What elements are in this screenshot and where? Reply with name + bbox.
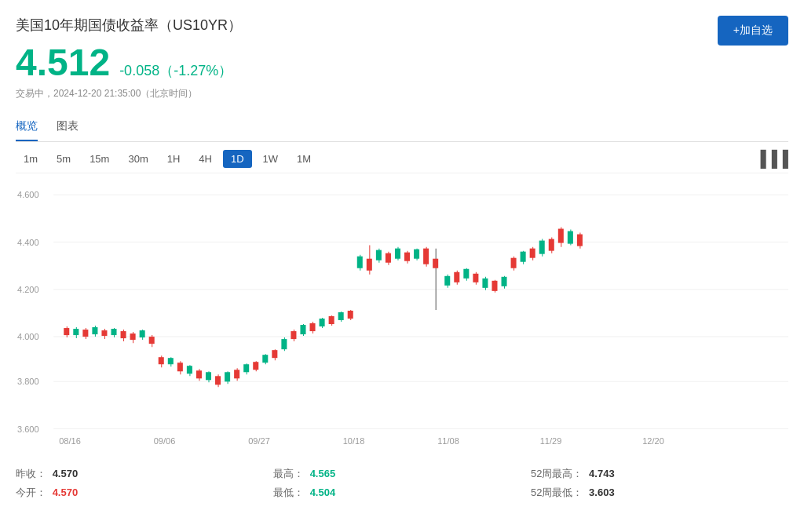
stat-prev-close: 昨收： 4.570 (16, 467, 273, 481)
tab-chart[interactable]: 图表 (57, 113, 79, 141)
svg-rect-124 (558, 229, 564, 243)
svg-rect-66 (281, 339, 287, 349)
svg-rect-24 (82, 330, 88, 337)
svg-rect-20 (64, 328, 69, 335)
svg-rect-42 (168, 358, 174, 364)
svg-rect-28 (101, 330, 107, 336)
svg-rect-54 (225, 372, 230, 381)
svg-rect-44 (177, 363, 183, 371)
stat-high: 最高： 4.565 (273, 467, 531, 481)
svg-rect-116 (521, 252, 526, 262)
svg-rect-68 (291, 331, 296, 339)
svg-text:10/18: 10/18 (343, 436, 365, 446)
svg-rect-26 (92, 327, 97, 334)
time-period-bar: 1m 5m 15m 30m 1H 4H 1D 1W 1M ▐▐▐ (16, 142, 788, 173)
svg-text:11/29: 11/29 (540, 436, 562, 446)
svg-rect-62 (262, 355, 268, 363)
svg-rect-96 (423, 249, 429, 264)
svg-rect-46 (187, 366, 192, 373)
svg-rect-104 (463, 269, 469, 279)
svg-text:08/16: 08/16 (59, 436, 81, 446)
svg-text:4.200: 4.200 (17, 285, 39, 294)
svg-rect-48 (196, 370, 202, 378)
svg-rect-112 (502, 277, 507, 286)
main-tabs: 概览 图表 (16, 113, 788, 142)
timestamp: 交易中，2024-12-20 21:35:00（北京时间） (16, 87, 242, 100)
svg-text:4.600: 4.600 (17, 190, 39, 199)
svg-rect-40 (159, 357, 164, 364)
svg-rect-94 (414, 250, 419, 259)
time-btn-1m[interactable]: 1m (16, 150, 46, 168)
svg-rect-34 (130, 333, 136, 340)
svg-rect-58 (243, 364, 249, 372)
svg-text:3.800: 3.800 (17, 377, 39, 386)
svg-text:4.000: 4.000 (17, 332, 39, 341)
stat-open: 今开： 4.570 (16, 486, 273, 500)
svg-rect-128 (577, 235, 583, 246)
svg-rect-114 (511, 258, 517, 268)
stats-panel: 昨收： 4.570 最高： 4.565 52周最高： 4.743 今开： 4.5… (16, 459, 788, 500)
chart-type-icon[interactable]: ▐▐▐ (755, 150, 788, 168)
svg-rect-32 (121, 331, 126, 338)
svg-rect-78 (338, 312, 344, 320)
svg-rect-100 (444, 276, 450, 286)
svg-text:12/20: 12/20 (642, 436, 664, 446)
svg-rect-90 (395, 249, 400, 259)
svg-rect-70 (300, 325, 305, 334)
svg-rect-84 (367, 259, 372, 271)
page-title: 美国10年期国债收益率（US10YR） (16, 16, 242, 35)
candlestick-chart: 4.600 4.400 4.200 4.000 3.800 3.600 08/1… (16, 177, 788, 459)
svg-rect-30 (111, 329, 116, 335)
stat-52w-low: 52周最低： 3.603 (531, 486, 788, 500)
svg-rect-74 (320, 319, 325, 326)
svg-rect-86 (376, 250, 382, 261)
svg-rect-118 (530, 249, 535, 258)
svg-rect-92 (404, 253, 410, 261)
svg-text:4.400: 4.400 (17, 238, 39, 247)
svg-rect-98 (433, 259, 438, 268)
svg-rect-82 (357, 257, 363, 268)
svg-rect-22 (73, 329, 79, 335)
svg-rect-122 (549, 239, 554, 251)
svg-text:09/27: 09/27 (248, 436, 270, 446)
svg-text:11/08: 11/08 (437, 436, 459, 446)
time-btn-15m[interactable]: 15m (82, 150, 117, 168)
svg-rect-126 (568, 231, 573, 244)
svg-rect-60 (253, 362, 258, 370)
svg-text:3.600: 3.600 (17, 425, 39, 434)
svg-rect-88 (386, 253, 391, 263)
svg-rect-52 (215, 376, 221, 384)
time-btn-1d[interactable]: 1D (223, 150, 252, 168)
svg-rect-120 (539, 241, 545, 254)
time-btn-1m2[interactable]: 1M (289, 150, 319, 168)
time-btn-1w[interactable]: 1W (255, 150, 287, 168)
svg-rect-64 (272, 350, 277, 358)
tab-overview[interactable]: 概览 (16, 113, 38, 141)
svg-rect-110 (492, 281, 497, 291)
svg-rect-80 (348, 311, 353, 319)
svg-text:09/06: 09/06 (154, 436, 176, 446)
svg-rect-50 (206, 372, 211, 380)
svg-rect-36 (140, 330, 145, 337)
svg-rect-76 (329, 316, 334, 324)
stat-52w-high: 52周最高： 4.743 (531, 467, 788, 481)
current-price: 4.512 (16, 41, 110, 84)
svg-rect-102 (454, 272, 459, 282)
svg-rect-106 (473, 274, 478, 282)
time-btn-4h[interactable]: 4H (191, 150, 220, 168)
svg-rect-72 (310, 323, 316, 331)
price-change: -0.058（-1.27%） (119, 61, 232, 80)
svg-rect-108 (482, 279, 488, 288)
svg-rect-38 (149, 337, 155, 344)
stat-low: 最低： 4.504 (273, 486, 531, 500)
add-to-watchlist-button[interactable]: +加自选 (718, 16, 788, 46)
svg-rect-56 (234, 370, 239, 378)
time-btn-1h[interactable]: 1H (159, 150, 188, 168)
time-btn-5m[interactable]: 5m (49, 150, 79, 168)
time-btn-30m[interactable]: 30m (120, 150, 155, 168)
